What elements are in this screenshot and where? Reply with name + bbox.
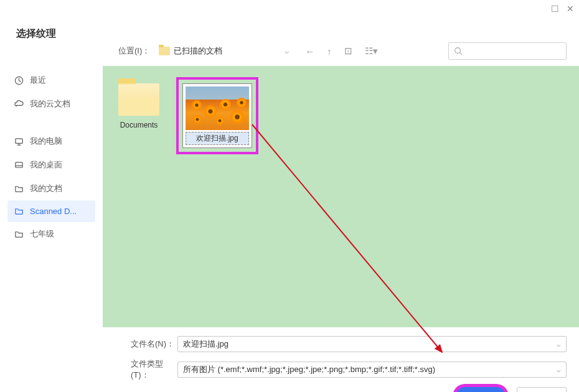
folder-icon (14, 207, 24, 216)
titlebar: ☐ ✕ (0, 0, 579, 17)
cloud-icon (14, 100, 24, 109)
toolbar: 位置(I)： 已扫描的文档 ⌵ ← ↑ ⊡ ☷▾ (0, 36, 579, 66)
folder-icon (118, 83, 159, 116)
sidebar-item-我的云文档[interactable]: 我的云文档 (7, 92, 95, 116)
sidebar-item-Scanned D...[interactable]: Scanned D... (7, 200, 95, 222)
new-folder-icon[interactable]: ⊡ (344, 45, 352, 57)
sidebar-item-七年级[interactable]: 七年级 (7, 222, 95, 246)
sidebar-item-label: 我的文档 (30, 183, 62, 194)
current-path: 已扫描的文档 (174, 45, 222, 57)
view-icon[interactable]: ☷▾ (365, 45, 378, 57)
folder-item[interactable]: Documents (114, 77, 164, 129)
sidebar-item-我的桌面[interactable]: 我的桌面 (7, 153, 95, 177)
location-label: 位置(I)： (118, 45, 150, 57)
image-item-selected[interactable]: 欢迎扫描.jpg (176, 77, 258, 154)
folder-icon (14, 184, 24, 194)
file-label: Documents (114, 121, 164, 129)
up-icon[interactable]: ↑ (327, 46, 332, 57)
cancel-button[interactable]: 取消 (517, 387, 567, 392)
bottom-panel: 文件名(N)： 欢迎扫描.jpg ⌵ 文件类型(T)： 所有图片 (*.emf;… (0, 327, 579, 392)
chevron-down-icon: ⌵ (557, 366, 561, 374)
sidebar-item-label: 七年级 (30, 228, 54, 240)
sidebar-item-我的电脑[interactable]: 我的电脑 (7, 129, 95, 153)
sidebar-item-label: 我的电脑 (30, 136, 62, 147)
filetype-select[interactable]: 所有图片 (*.emf;*.wmf;*.jpg;*.jpeg;*.jpe;*.p… (177, 362, 567, 378)
folder-icon (14, 230, 24, 239)
maximize-icon[interactable]: ☐ (551, 4, 559, 14)
file-pane[interactable]: Documents 欢迎扫描.jpg (103, 66, 579, 327)
search-input[interactable] (448, 42, 567, 60)
filetype-label: 文件类型(T)： (131, 358, 177, 381)
svg-rect-3 (15, 138, 22, 143)
folder-icon (159, 47, 170, 55)
open-button[interactable]: 打开(O) (456, 387, 506, 392)
sidebar-item-我的文档[interactable]: 我的文档 (7, 177, 95, 200)
chevron-down-icon: ⌵ (285, 47, 289, 55)
chevron-down-icon: ⌵ (557, 340, 561, 348)
close-icon[interactable]: ✕ (567, 4, 574, 14)
filename-input[interactable]: 欢迎扫描.jpg ⌵ (177, 336, 567, 352)
back-icon[interactable]: ← (305, 46, 314, 57)
search-icon (454, 47, 463, 55)
sidebar-item-label: Scanned D... (30, 207, 77, 216)
file-label: 欢迎扫描.jpg (186, 132, 249, 145)
svg-line-1 (460, 53, 463, 55)
desktop-icon (14, 161, 24, 170)
sidebar-item-label: 我的桌面 (30, 159, 62, 170)
sidebar-item-label: 最近 (30, 75, 46, 86)
image-thumbnail (186, 86, 249, 130)
monitor-icon (14, 137, 24, 146)
svg-rect-6 (15, 162, 22, 167)
svg-point-0 (455, 48, 461, 54)
path-selector[interactable]: 已扫描的文档 ⌵ (155, 44, 293, 58)
clock-icon (14, 76, 24, 85)
filename-label: 文件名(N)： (131, 338, 177, 350)
sidebar: 最近我的云文档我的电脑我的桌面我的文档Scanned D...七年级 (0, 66, 103, 327)
sidebar-item-最近[interactable]: 最近 (7, 68, 95, 92)
sidebar-item-label: 我的云文档 (30, 98, 70, 110)
